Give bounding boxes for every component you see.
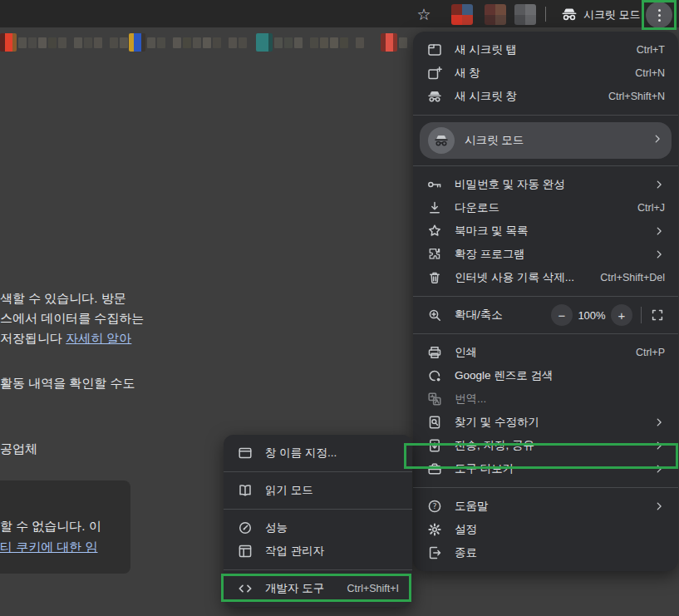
menu-item-new-window[interactable]: 새 창Ctrl+N: [413, 62, 678, 85]
menu-item-label: 새 시크릿 탭: [455, 42, 625, 57]
menu-separator: [413, 333, 678, 334]
menu-item-search-with-google-lens[interactable]: Google 렌즈로 검색: [413, 364, 678, 387]
menu-item-name-window[interactable]: 창 이름 지정...: [224, 441, 412, 465]
chevron-right-icon: [653, 440, 665, 451]
menu-item-label: 비밀번호 및 자동 완성: [455, 177, 642, 192]
blurred-bookmark-item: [256, 33, 364, 52]
search-with-google-lens-icon: [426, 367, 443, 384]
menu-item-label: Google 렌즈로 검색: [455, 368, 665, 383]
new-incognito-tab-icon: [426, 42, 443, 58]
menu-item-label: 창 이름 지정...: [265, 446, 399, 461]
chevron-right-icon: [653, 179, 665, 190]
blurred-bookmark-item: [129, 33, 247, 52]
menu-separator: [413, 165, 678, 166]
menu-item-label: 확대/축소: [455, 308, 539, 323]
menu-item-help[interactable]: ?도움말: [413, 495, 678, 518]
zoom-controls: −100%+: [551, 304, 665, 326]
menu-item-cast-save-share[interactable]: 전송, 저장, 공유: [413, 434, 678, 457]
menu-item-label: 다운로드: [455, 200, 626, 215]
chevron-right-icon: [653, 225, 665, 237]
menu-item-label: 북마크 및 목록: [455, 224, 642, 239]
three-dot-icon: [658, 9, 661, 22]
print-icon: [426, 344, 443, 361]
menu-item-new-incognito-tab[interactable]: 새 시크릿 탭Ctrl+T: [413, 38, 678, 62]
menu-separator: [224, 569, 412, 570]
new-incognito-window-icon: [426, 88, 443, 105]
blurred-favicon: [0, 33, 17, 52]
clear-browsing-data-icon: [426, 269, 443, 286]
menu-item-label: 종료: [455, 545, 665, 560]
menu-item-translate: 번역...: [413, 387, 678, 411]
menu-item-label: 도구 더보기: [455, 461, 642, 476]
zoom-out-button[interactable]: −: [551, 304, 573, 326]
menu-item-label: 설정: [455, 522, 665, 537]
settings-icon: [426, 521, 443, 538]
svg-text:?: ?: [432, 501, 436, 510]
blurred-favicon: [129, 33, 145, 52]
performance-icon: [237, 520, 253, 536]
menu-item-downloads[interactable]: 다운로드Ctrl+J: [413, 196, 678, 219]
blurred-extension-icon: [514, 4, 536, 25]
menu-item-print[interactable]: 인쇄Ctrl+P: [413, 341, 678, 364]
menu-item-more-tools[interactable]: 도구 더보기: [413, 457, 678, 480]
menu-item-shortcut: Ctrl+N: [635, 67, 665, 79]
menu-item-settings[interactable]: 설정: [413, 518, 678, 541]
menu-item-label: 새 창: [455, 66, 623, 81]
new-window-icon: [426, 65, 443, 81]
page-text-fragment: 저장됩니다: [0, 331, 66, 345]
menu-item-label: 도움말: [455, 499, 642, 514]
extensions-icon: [426, 246, 443, 263]
menu-item-shortcut: Ctrl+J: [637, 202, 665, 214]
find-and-edit-icon: [426, 414, 443, 431]
chevron-right-icon: [653, 500, 665, 512]
blurred-bookmark-item: [381, 33, 407, 52]
incognito-circle-icon: [428, 127, 455, 154]
menu-separator: [224, 471, 412, 472]
zoom-in-button[interactable]: +: [611, 304, 632, 326]
bookmark-star-icon[interactable]: ☆: [414, 4, 434, 24]
menu-separator: [224, 509, 412, 510]
menu-item-shortcut: Ctrl+Shift+I: [347, 583, 399, 594]
menu-item-exit[interactable]: 종료: [413, 541, 678, 564]
menu-item-label: 찾기 및 수정하기: [455, 415, 642, 430]
menu-item-clear-browsing-data[interactable]: 인터넷 사용 기록 삭제...Ctrl+Shift+Del: [413, 266, 678, 289]
third-party-cookies-card: 할 수 없습니다. 이 티 쿠키에 대한 임: [0, 480, 130, 574]
menu-item-incognito-mode[interactable]: 시크릿 모드: [420, 122, 672, 159]
menu-item-find-and-edit[interactable]: 찾기 및 수정하기: [413, 411, 678, 434]
browser-main-menu: 새 시크릿 탭Ctrl+T새 창Ctrl+N새 시크릿 창Ctrl+Shift+…: [413, 32, 678, 571]
menu-item-passwords-autofill[interactable]: 비밀번호 및 자동 완성: [413, 173, 678, 196]
page-text-line: 공업체: [0, 441, 37, 457]
menu-item-extensions[interactable]: 확장 프로그램: [413, 243, 678, 266]
more-tools-submenu: 창 이름 지정...읽기 모드성능작업 관리자개발자 도구Ctrl+Shift+…: [224, 435, 412, 607]
menu-item-task-manager[interactable]: 작업 관리자: [224, 540, 412, 563]
menu-item-shortcut: Ctrl+Shift+Del: [600, 272, 665, 283]
menu-item-performance[interactable]: 성능: [224, 516, 412, 540]
learn-more-link[interactable]: 자세히 알아: [66, 331, 131, 345]
menu-item-label: 작업 관리자: [265, 544, 399, 559]
help-icon: ?: [426, 498, 443, 515]
menu-separator: [413, 487, 678, 488]
menu-item-developer-tools[interactable]: 개발자 도구Ctrl+Shift+I: [224, 577, 412, 600]
menu-item-new-incognito-window[interactable]: 새 시크릿 창Ctrl+Shift+N: [413, 85, 678, 108]
toolbar-divider: [545, 7, 546, 22]
menu-item-label: 전송, 저장, 공유: [455, 438, 642, 453]
zoom-icon: [426, 307, 443, 323]
browser-toolbar: ☆ 시크릿 모드: [0, 0, 679, 27]
page-text-line: 활동 내역을 확인할 수도: [0, 376, 135, 392]
bookmarks-lists-icon: [426, 223, 443, 239]
fullscreen-icon[interactable]: [650, 309, 665, 321]
menu-separator: [413, 115, 678, 116]
developer-tools-icon: [237, 580, 253, 597]
menu-item-bookmarks-lists[interactable]: 북마크 및 목록: [413, 219, 678, 243]
cast-save-share-icon: [426, 437, 443, 454]
browser-menu-button[interactable]: [646, 2, 672, 28]
chevron-right-icon: [652, 133, 663, 148]
menu-item-label: 새 시크릿 창: [455, 89, 597, 104]
cookies-link[interactable]: 티 쿠키에 대한 임: [0, 540, 98, 554]
blurred-favicon: [381, 33, 397, 52]
menu-item-label: 시크릿 모드: [465, 133, 642, 148]
menu-item-reading-mode[interactable]: 읽기 모드: [224, 479, 412, 502]
incognito-badge-label: 시크릿 모드: [583, 7, 641, 22]
chevron-right-icon: [653, 249, 665, 260]
zoom-level-value: 100%: [573, 309, 611, 322]
